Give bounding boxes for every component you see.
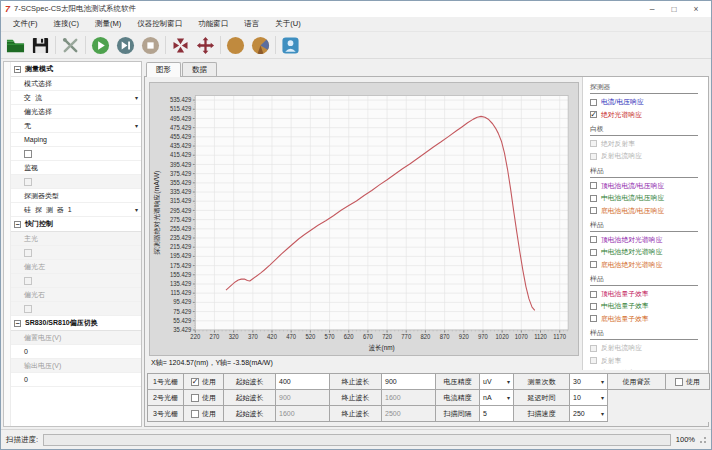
pg-checkbox[interactable] bbox=[11, 175, 141, 189]
y-tick-label: 155.429 bbox=[170, 271, 192, 278]
curve-option[interactable]: 底电池绝对光谱响应 bbox=[590, 259, 706, 271]
text-input[interactable]: 0 bbox=[11, 345, 141, 359]
param1-input[interactable]: 5 bbox=[480, 406, 514, 422]
minimize-button[interactable]: – bbox=[641, 1, 663, 17]
checkbox[interactable] bbox=[590, 249, 597, 256]
checkbox[interactable] bbox=[191, 410, 199, 418]
tab-graph[interactable]: 图形 bbox=[146, 62, 181, 77]
chevron-down-icon[interactable]: ▾ bbox=[135, 206, 138, 213]
pg-checkbox[interactable] bbox=[11, 274, 141, 288]
curve-option-label: 中电池电流/电压响应 bbox=[601, 193, 664, 203]
stop-icon[interactable] bbox=[139, 34, 162, 57]
checkbox[interactable] bbox=[191, 378, 199, 386]
curve-option[interactable]: 底电池电流/电压响应 bbox=[590, 204, 706, 216]
chevron-down-icon[interactable]: ▾ bbox=[135, 122, 138, 129]
y-axis-label: 探测器绝对光谱响应(mA/W) bbox=[153, 171, 161, 255]
curve-option[interactable]: 绝对光谱响应 bbox=[590, 108, 706, 120]
menu-item[interactable]: 功能窗口 bbox=[190, 19, 236, 29]
open-folder-icon[interactable] bbox=[4, 34, 27, 57]
step-icon[interactable] bbox=[114, 34, 137, 57]
curve-option[interactable]: 电流/电压响应 bbox=[590, 96, 706, 108]
curve-option[interactable]: 中电池量子效率 bbox=[590, 300, 706, 312]
save-icon[interactable] bbox=[29, 34, 52, 57]
tab-data[interactable]: 数据 bbox=[182, 62, 217, 77]
menu-item[interactable]: 文件(F) bbox=[5, 19, 46, 29]
use-cell[interactable]: 使用 bbox=[184, 390, 224, 406]
y-tick-label: 255.429 bbox=[170, 225, 192, 232]
curve-option[interactable]: 顶电池绝对光谱响应 bbox=[590, 234, 706, 246]
y-tick-label: 455.429 bbox=[170, 133, 192, 140]
curve-option[interactable]: 顶电池电流/电压响应 bbox=[590, 180, 706, 192]
param1-input[interactable]: uV▾ bbox=[480, 374, 514, 390]
checkbox[interactable] bbox=[590, 303, 597, 310]
checkbox[interactable] bbox=[590, 111, 597, 118]
pg-select[interactable]: 硅 探 测 器 1▾ bbox=[11, 203, 141, 217]
checkbox[interactable] bbox=[590, 99, 597, 106]
start-wavelength-input[interactable]: 400 bbox=[276, 374, 330, 390]
menu-item[interactable]: 关于(U) bbox=[267, 19, 308, 29]
settings-panel: −测量模式模式选择交 流▾偏光选择无▾Maping监视探测器类型硅 探 测 器 … bbox=[3, 61, 142, 427]
chevron-down-icon[interactable]: ▾ bbox=[601, 378, 604, 385]
section-header[interactable]: −测量模式 bbox=[11, 62, 141, 77]
curve-option[interactable]: 顶电池量子效率 bbox=[590, 288, 706, 300]
tab-strip: 图形 数据 bbox=[144, 61, 709, 77]
param2-label: 测量次数 bbox=[514, 374, 570, 390]
tools-icon[interactable] bbox=[59, 34, 82, 57]
checkbox[interactable] bbox=[24, 150, 32, 158]
chevron-down-icon[interactable]: ▾ bbox=[507, 394, 510, 401]
y-tick-label: 535.429 bbox=[170, 96, 192, 103]
chevron-down-icon[interactable]: ▾ bbox=[507, 378, 510, 385]
checkbox[interactable] bbox=[590, 315, 597, 322]
resize-grip[interactable] bbox=[700, 437, 706, 443]
end-wavelength-input[interactable]: 900 bbox=[382, 374, 436, 390]
section-header[interactable]: −快门控制 bbox=[11, 217, 141, 232]
collapse-icon[interactable]: − bbox=[14, 66, 21, 73]
collapse-icon[interactable]: − bbox=[14, 221, 21, 228]
y-tick-label: 215.429 bbox=[170, 243, 192, 250]
chart-canvas[interactable]: 535.429515.429495.429475.429455.429435.4… bbox=[152, 85, 576, 353]
param2-input[interactable]: 250▾ bbox=[570, 406, 608, 422]
param2-input[interactable]: 10▾ bbox=[570, 390, 608, 406]
menu-item[interactable]: 测量(M) bbox=[87, 19, 129, 29]
checkbox[interactable] bbox=[590, 195, 597, 202]
user-icon[interactable] bbox=[279, 34, 302, 57]
curve-option[interactable]: 底电池量子效率 bbox=[590, 313, 706, 325]
checkbox[interactable] bbox=[590, 207, 597, 214]
x-tick-label: 520 bbox=[305, 333, 315, 340]
section-header[interactable]: −SR830/SR810偏压切换 bbox=[11, 316, 141, 331]
checkbox[interactable] bbox=[590, 261, 597, 268]
pie-chart-icon[interactable] bbox=[249, 34, 272, 57]
checkbox[interactable] bbox=[191, 394, 199, 402]
checkbox[interactable] bbox=[590, 291, 597, 298]
collapse-icon[interactable]: − bbox=[14, 320, 21, 327]
maximize-button[interactable]: □ bbox=[663, 1, 685, 17]
pg-checkbox[interactable] bbox=[11, 246, 141, 260]
menu-item[interactable]: 仪器控制窗口 bbox=[129, 19, 190, 29]
arrows-out-icon[interactable] bbox=[194, 34, 217, 57]
pg-checkbox[interactable] bbox=[11, 302, 141, 316]
menu-item[interactable]: 连接(C) bbox=[46, 19, 87, 29]
pg-select[interactable]: 无▾ bbox=[11, 119, 141, 133]
menu-item[interactable]: 语言 bbox=[236, 19, 267, 29]
use-cell[interactable]: 使用 bbox=[184, 374, 224, 390]
pg-select[interactable]: 交 流▾ bbox=[11, 91, 141, 105]
checkbox[interactable] bbox=[590, 236, 597, 243]
param2-input[interactable]: 30▾ bbox=[570, 374, 608, 390]
chevron-down-icon[interactable]: ▾ bbox=[601, 394, 604, 401]
background-use-cell[interactable]: 使用 bbox=[666, 374, 710, 390]
checkbox[interactable] bbox=[675, 378, 683, 386]
use-cell[interactable]: 使用 bbox=[184, 406, 224, 422]
curve-option[interactable]: 中电池电流/电压响应 bbox=[590, 192, 706, 204]
pg-checkbox[interactable] bbox=[11, 147, 141, 161]
text-input[interactable]: 0 bbox=[11, 373, 141, 387]
curve-option[interactable]: 中电池绝对光谱响应 bbox=[590, 246, 706, 258]
close-button[interactable]: × bbox=[685, 1, 707, 17]
measure-circle-icon[interactable] bbox=[224, 34, 247, 57]
checkbox[interactable] bbox=[590, 182, 597, 189]
start-icon[interactable] bbox=[89, 34, 112, 57]
y-tick-label: 175.429 bbox=[170, 262, 192, 269]
chevron-down-icon[interactable]: ▾ bbox=[135, 94, 138, 101]
param1-input[interactable]: nA▾ bbox=[480, 390, 514, 406]
arrows-in-icon[interactable] bbox=[169, 34, 192, 57]
chevron-down-icon[interactable]: ▾ bbox=[601, 410, 604, 417]
